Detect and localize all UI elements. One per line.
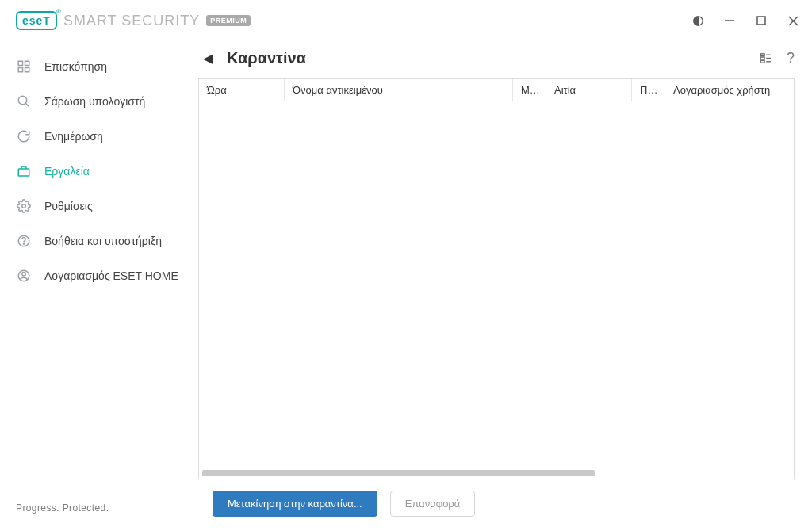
sidebar-item-label: Εργαλεία — [44, 165, 90, 178]
window-controls — [691, 14, 799, 27]
dashboard-icon — [16, 59, 32, 74]
sidebar-item-update[interactable]: Ενημέρωση — [0, 119, 198, 154]
sidebar: Επισκόπηση Σάρωση υπολογιστή Ενημέρωση Ε… — [0, 38, 198, 531]
sidebar-item-tools[interactable]: Εργαλεία — [0, 154, 198, 189]
app-header: eseT SMART SECURITY PREMIUM — [0, 0, 812, 38]
contrast-icon[interactable] — [691, 14, 704, 27]
refresh-icon — [16, 128, 32, 144]
sidebar-item-account[interactable]: Λογαριασμός ESET HOME — [0, 258, 198, 293]
sidebar-item-overview[interactable]: Επισκόπηση — [0, 49, 198, 84]
svg-rect-11 — [18, 169, 29, 176]
svg-rect-18 — [760, 57, 764, 59]
help-icon — [16, 233, 32, 249]
sidebar-item-label: Λογαριασμός ESET HOME — [44, 269, 178, 282]
sidebar-item-label: Επισκόπηση — [44, 60, 107, 73]
svg-line-10 — [25, 103, 29, 106]
gear-icon — [16, 198, 32, 214]
sidebar-item-label: Σάρωση υπολογιστή — [44, 95, 145, 108]
view-list-icon[interactable] — [759, 52, 772, 65]
sidebar-item-scan[interactable]: Σάρωση υπολογιστή — [0, 84, 198, 119]
product-badge: PREMIUM — [206, 15, 251, 26]
sidebar-item-label: Ρυθμίσεις — [44, 200, 93, 212]
nav: Επισκόπηση Σάρωση υπολογιστή Ενημέρωση Ε… — [0, 49, 198, 502]
th-time[interactable]: Ώρα — [199, 79, 285, 101]
close-button[interactable] — [787, 14, 799, 27]
svg-point-9 — [18, 96, 27, 105]
sidebar-item-settings[interactable]: Ρυθμίσεις — [0, 189, 198, 223]
th-object-name[interactable]: Όνομα αντικειμένου — [285, 79, 513, 101]
page-title: Καραντίνα — [227, 49, 306, 67]
svg-rect-2 — [757, 17, 765, 25]
minimize-button[interactable] — [723, 14, 736, 27]
svg-point-14 — [24, 243, 25, 244]
product-name: SMART SECURITY — [63, 13, 200, 29]
move-to-quarantine-button[interactable]: Μετακίνηση στην καραντίνα... — [213, 491, 377, 517]
help-icon[interactable]: ? — [787, 50, 795, 67]
account-icon — [16, 268, 32, 284]
eset-logo: eseT — [16, 11, 57, 30]
svg-rect-7 — [18, 68, 22, 72]
svg-rect-6 — [25, 61, 29, 65]
maximize-button[interactable] — [755, 14, 768, 27]
footer-actions: Μετακίνηση στην καραντίνα... Επαναφορά — [198, 479, 795, 517]
horizontal-scrollbar[interactable] — [199, 468, 794, 479]
quarantine-table: Ώρα Όνομα αντικειμένου Μέ... Αιτία Πλή..… — [198, 78, 795, 479]
svg-point-16 — [22, 273, 26, 277]
sidebar-item-help[interactable]: Βοήθεια και υποστήριξη — [0, 223, 198, 258]
th-size[interactable]: Μέ... — [513, 79, 546, 101]
th-count[interactable]: Πλή... — [632, 79, 665, 101]
table-body — [199, 101, 794, 468]
sidebar-item-label: Ενημέρωση — [44, 130, 103, 143]
main-panel: ◀ Καραντίνα ? Ώρα Όνομα αντικειμένου Μέ.… — [198, 38, 812, 531]
svg-point-12 — [22, 204, 26, 208]
th-reason[interactable]: Αιτία — [546, 79, 632, 101]
svg-rect-19 — [760, 60, 764, 63]
svg-rect-17 — [760, 54, 764, 56]
back-button[interactable]: ◀ — [203, 51, 213, 66]
sidebar-item-label: Βοήθεια και υποστήριξη — [44, 235, 162, 247]
th-user-account[interactable]: Λογαριασμός χρήστη — [665, 79, 794, 101]
toolbox-icon — [16, 163, 32, 179]
svg-rect-5 — [18, 61, 22, 65]
svg-rect-8 — [25, 68, 29, 72]
restore-button[interactable]: Επαναφορά — [390, 491, 476, 517]
title-row: ◀ Καραντίνα ? — [198, 49, 795, 67]
brand: eseT SMART SECURITY PREMIUM — [16, 11, 251, 30]
tagline: Progress. Protected. — [0, 502, 198, 531]
search-icon — [16, 94, 32, 109]
table-header: Ώρα Όνομα αντικειμένου Μέ... Αιτία Πλή..… — [199, 79, 794, 101]
